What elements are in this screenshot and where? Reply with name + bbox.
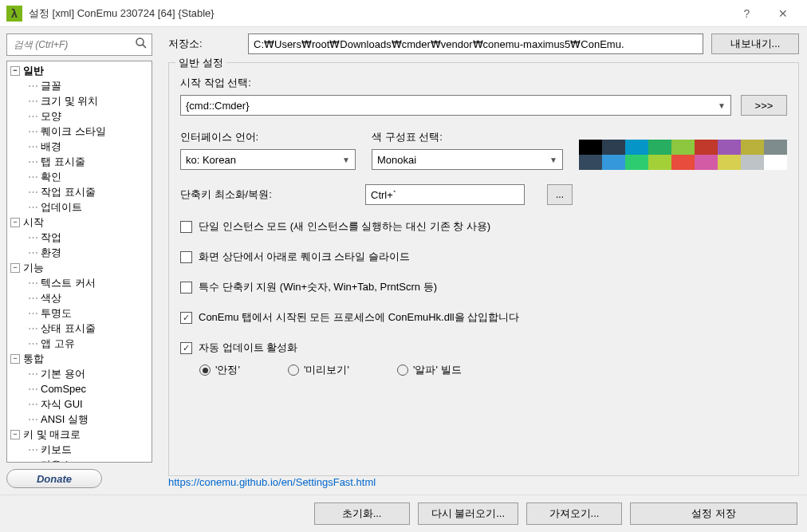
tree-toggle-icon[interactable]: − [10,430,20,439]
tree-child[interactable]: ⋯환경 [7,245,152,260]
language-combo[interactable]: ko: Korean ▼ [180,149,356,170]
color-swatch[interactable] [671,155,695,170]
svg-point-0 [136,38,144,45]
tree-child[interactable]: ⋯모양 [7,108,152,124]
tree-node[interactable]: −기능 [7,260,152,275]
export-button[interactable]: 내보내기... [711,33,799,54]
search-input[interactable] [14,39,134,50]
tree-toggle-icon[interactable]: − [10,354,20,364]
auto-update-checkbox[interactable]: 자동 업데이트 활성화 [180,341,787,355]
tree-child[interactable]: ⋯자식 GUI [7,396,152,412]
tree-node[interactable]: −통합 [7,351,152,366]
tree-child[interactable]: ⋯크기 및 위치 [7,93,152,108]
scheme-value: Monokai [377,154,416,166]
tree-toggle-icon[interactable]: − [10,66,20,76]
color-swatch[interactable] [671,140,695,155]
left-panel: −일반⋯글꼴⋯크기 및 위치⋯모양⋯퀘이크 스타일⋯배경⋯탭 표시줄⋯확인⋯작업… [0,27,159,495]
hotkey-browse-button[interactable]: ... [547,184,573,205]
color-swatch[interactable] [602,155,625,170]
tree-toggle-icon[interactable]: − [10,218,20,227]
scheme-label: 색 구성표 선택: [372,130,563,144]
hotkey-label: 단축키 최소화/복원: [180,187,356,202]
tree-child[interactable]: ⋯탭 표시줄 [7,154,152,169]
tree-node[interactable]: −시작 [7,215,152,230]
storage-path-input[interactable]: C:₩Users₩root₩Downloads₩cmder₩vendor₩con… [248,33,703,54]
color-swatch[interactable] [741,140,764,155]
color-swatch[interactable] [741,155,764,170]
chevron-down-icon: ▼ [718,101,726,110]
tree-node[interactable]: −키 및 매크로 [7,427,152,442]
tree-child[interactable]: ⋯글꼴 [7,78,152,93]
group-title: 일반 설정 [175,56,226,70]
settings-tree[interactable]: −일반⋯글꼴⋯크기 및 위치⋯모양⋯퀘이크 스타일⋯배경⋯탭 표시줄⋯확인⋯작업… [6,61,152,463]
scheme-combo[interactable]: Monokai ▼ [372,149,563,170]
tree-child[interactable]: ⋯ComSpec [7,381,152,396]
radio-preview[interactable]: '미리보기' [288,363,349,377]
save-button[interactable]: 설정 저장 [630,502,797,525]
tree-child[interactable]: ⋯업데이트 [7,199,152,215]
tree-child[interactable]: ⋯배경 [7,139,152,154]
titlebar: λ 설정 [xml] ConEmu 230724 [64] {Stable} ?… [0,0,807,27]
special-hotkeys-checkbox[interactable]: 특수 단축키 지원 (Win+숫자, Win+Tab, PrntScrn 등) [180,280,787,294]
color-swatch[interactable] [625,155,648,170]
tree-child[interactable]: ⋯텍스트 커서 [7,275,152,290]
tree-child[interactable]: ⋯투명도 [7,305,152,321]
color-swatch[interactable] [695,140,718,155]
tree-node[interactable]: −일반 [7,63,152,78]
tree-child[interactable]: ⋯ANSI 실행 [7,412,152,427]
inject-hook-checkbox[interactable]: ConEmu 탭에서 시작된 모든 프로세스에 ConEmuHk.dll을 삽입… [180,310,787,325]
tree-child[interactable]: ⋯색상 [7,290,152,305]
radio-stable[interactable]: '안정' [199,363,240,377]
color-swatch[interactable] [648,155,671,170]
tree-child[interactable]: ⋯상태 표시줄 [7,321,152,336]
color-swatch[interactable] [579,140,602,155]
help-link[interactable]: https://conemu.github.io/en/SettingsFast… [168,476,799,488]
bottom-bar: 초기화... 다시 불러오기... 가져오기... 설정 저장 [0,495,807,532]
color-palette [579,140,787,170]
color-swatch[interactable] [718,140,741,155]
svg-line-1 [143,45,146,48]
single-instance-label: 단일 인스턴스 모드 (새 인스턴스를 실행하는 대신 기존 창 사용) [199,219,490,234]
search-icon [134,36,148,53]
quake-slide-checkbox[interactable]: 화면 상단에서 아래로 퀘이크 스타일 슬라이드 [180,250,787,264]
special-hotkeys-label: 특수 단축키 지원 (Win+숫자, Win+Tab, PrntScrn 등) [199,280,437,294]
chevron-down-icon: ▼ [549,156,557,164]
hotkey-input[interactable] [365,184,525,205]
color-swatch[interactable] [625,140,648,155]
general-group: 일반 설정 시작 작업 선택: {cmd::Cmder} ▼ >>> 인터페이스… [168,62,799,476]
inject-hook-label: ConEmu 탭에서 시작된 모든 프로세스에 ConEmuHk.dll을 삽입… [199,310,519,325]
radio-alpha[interactable]: '알파' 빌드 [397,363,462,377]
storage-label: 저장소: [168,37,240,51]
tree-child[interactable]: ⋯확인 [7,169,152,184]
tree-toggle-icon[interactable]: − [10,263,20,273]
language-label: 인터페이스 언어: [180,130,356,144]
color-swatch[interactable] [579,155,602,170]
tree-child[interactable]: ⋯기본 용어 [7,366,152,381]
help-button[interactable]: ? [729,2,765,26]
import-button[interactable]: 가져오기... [526,502,622,525]
color-swatch[interactable] [718,155,741,170]
donate-button[interactable]: Donate [6,469,102,488]
tree-child[interactable]: ⋯작업 [7,230,152,245]
reset-button[interactable]: 초기화... [314,502,410,525]
startup-label: 시작 작업 선택: [180,76,787,90]
color-swatch[interactable] [764,155,787,170]
search-box[interactable] [6,33,152,56]
color-swatch[interactable] [602,140,625,155]
startup-task-value: {cmd::Cmder} [186,100,249,112]
tree-child[interactable]: ⋯앱 고유 [7,336,152,351]
tree-child[interactable]: ⋯마우스 [7,457,152,463]
color-swatch[interactable] [695,155,718,170]
startup-task-combo[interactable]: {cmd::Cmder} ▼ [180,95,731,116]
color-swatch[interactable] [648,140,671,155]
quake-slide-label: 화면 상단에서 아래로 퀘이크 스타일 슬라이드 [199,250,410,264]
tree-child[interactable]: ⋯작업 표시줄 [7,184,152,199]
close-button[interactable]: ✕ [765,2,801,26]
right-panel: 저장소: C:₩Users₩root₩Downloads₩cmder₩vendo… [159,27,807,495]
tree-child[interactable]: ⋯키보드 [7,442,152,457]
more-button[interactable]: >>> [741,95,787,116]
tree-child[interactable]: ⋯퀘이크 스타일 [7,124,152,139]
single-instance-checkbox[interactable]: 단일 인스턴스 모드 (새 인스턴스를 실행하는 대신 기존 창 사용) [180,219,787,234]
color-swatch[interactable] [764,140,787,155]
reload-button[interactable]: 다시 불러오기... [418,502,518,525]
